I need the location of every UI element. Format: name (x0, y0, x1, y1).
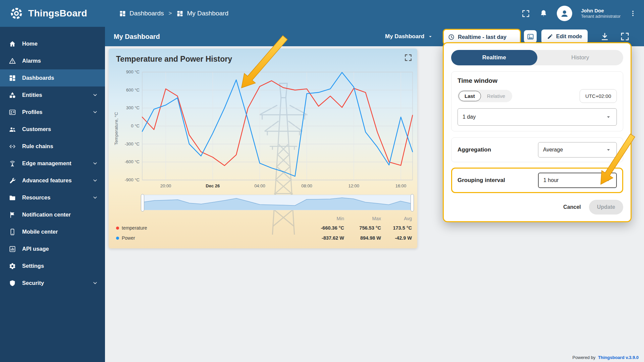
dashboards-icon (119, 10, 126, 17)
series-name: temperature (122, 225, 147, 231)
svg-text:20:00: 20:00 (160, 183, 171, 188)
grouping-interval-select[interactable]: 1 hour (538, 173, 617, 188)
sidebar-item-customers[interactable]: Customers (0, 121, 105, 138)
legend-header: MinMaxAvg (116, 214, 412, 223)
relative-toggle[interactable]: Relative (481, 91, 511, 101)
rule-chains-icon (9, 143, 16, 150)
grouping-interval-value: 1 hour (543, 177, 558, 183)
legend-row-power[interactable]: Power-837.62 W894.98 W-42.9 W (116, 233, 412, 243)
customers-icon (9, 126, 16, 133)
timeline-preview[interactable] (142, 195, 413, 210)
sidebar-item-entities[interactable]: Entities (0, 86, 105, 104)
timewindow-value-select[interactable]: 1 day (458, 108, 617, 126)
edge-icon (9, 160, 16, 167)
dashboard-selector[interactable]: My Dashboard (385, 27, 433, 46)
sidebar-item-mobile-center[interactable]: Mobile center (0, 223, 105, 240)
user-role: Tenant administrator (581, 14, 621, 19)
sidebar-item-notification-center[interactable]: Notification center (0, 206, 105, 223)
user-info[interactable]: John Doe Tenant administrator (581, 8, 621, 19)
svg-text:0 °C: 0 °C (131, 123, 140, 128)
notification-icon (9, 211, 16, 219)
update-button[interactable]: Update (589, 200, 623, 215)
timewindow-tabs: Realtime History (451, 50, 623, 65)
timewindow-button-label: Realtime - last day (458, 34, 506, 40)
svg-text:Dec 26: Dec 26 (206, 183, 220, 188)
dashboard-image-button[interactable] (524, 30, 537, 43)
svg-text:12:00: 12:00 (348, 183, 360, 188)
sidebar-item-label: Security (22, 280, 86, 286)
svg-text:08:00: 08:00 (301, 183, 312, 188)
timewindow-popup: Realtime History Time window Last Relati… (443, 42, 632, 222)
sidebar-item-label: Mobile center (22, 229, 98, 235)
breadcrumb-label: Dashboards (129, 10, 164, 17)
dashboard-selector-label: My Dashboard (385, 33, 424, 40)
fullscreen-icon[interactable] (521, 9, 530, 18)
api-icon (9, 245, 16, 253)
tab-history[interactable]: History (537, 50, 624, 65)
breadcrumb-item-my-dashboard[interactable]: My Dashboard (176, 10, 228, 17)
time-window-title: Time window (458, 77, 617, 84)
sidebar-item-edge-management[interactable]: Edge management (0, 155, 105, 172)
expand-fullscreen-icon[interactable] (620, 32, 630, 42)
edit-mode-button[interactable]: Edit mode (541, 29, 588, 44)
timezone-button[interactable]: UTC+02:00 (580, 89, 617, 103)
sidebar-item-security[interactable]: Security (0, 275, 105, 292)
series-avg: 173.5 °C (381, 225, 412, 231)
line-chart[interactable]: 900 °C600 °C300 °C0 °C-300 °C-600 °C-900… (111, 68, 417, 193)
breadcrumb-label: My Dashboard (187, 10, 228, 17)
sidebar-item-api-usage[interactable]: API usage (0, 240, 105, 257)
tab-realtime[interactable]: Realtime (451, 50, 537, 65)
breadcrumb: Dashboards>My Dashboard (119, 0, 228, 27)
clock-icon (448, 34, 455, 41)
series-min: -837.62 W (307, 235, 344, 241)
svg-text:16:00: 16:00 (395, 183, 407, 188)
sidebar-item-resources[interactable]: Resources (0, 189, 105, 206)
edit-mode-label: Edit mode (556, 34, 582, 40)
series-color-dot (116, 237, 119, 240)
avatar[interactable] (557, 6, 572, 21)
download-icon[interactable] (600, 32, 610, 42)
powered-by-text: Powered by (573, 355, 596, 360)
last-relative-toggle: Last Relative (458, 90, 512, 102)
sidebar-item-profiles[interactable]: Profiles (0, 104, 105, 121)
last-toggle[interactable]: Last (459, 91, 481, 101)
alarm-icon (9, 57, 16, 65)
chevron-down-icon (92, 280, 98, 286)
sidebar-item-home[interactable]: Home (0, 35, 105, 52)
resources-icon (9, 194, 16, 201)
sidebar: HomeAlarmsDashboardsEntitiesProfilesCust… (0, 27, 105, 362)
widget-title: Temperature and Power History (116, 55, 232, 64)
legend-column-label: Max (344, 216, 381, 221)
settings-icon (9, 262, 16, 270)
preview-right-handle[interactable] (411, 194, 414, 212)
series-name: Power (122, 235, 135, 241)
caret-down-icon (605, 114, 612, 120)
sidebar-item-dashboards[interactable]: Dashboards (0, 69, 105, 86)
cancel-button[interactable]: Cancel (558, 201, 585, 214)
legend-row-temperature[interactable]: temperature-660.36 °C756.53 °C173.5 °C (116, 223, 412, 233)
sidebar-item-advanced-features[interactable]: Advanced features (0, 172, 105, 189)
image-icon (527, 33, 534, 41)
sidebar-item-rule-chains[interactable]: Rule chains (0, 138, 105, 155)
notifications-bell-icon[interactable] (539, 9, 548, 18)
widget-fullscreen-icon[interactable] (404, 53, 413, 62)
kebab-menu-icon[interactable] (629, 10, 637, 17)
svg-text:-900 °C: -900 °C (125, 177, 140, 182)
sidebar-item-label: Entities (22, 92, 86, 98)
sidebar-item-settings[interactable]: Settings (0, 257, 105, 275)
sidebar-item-alarms[interactable]: Alarms (0, 52, 105, 69)
person-icon (559, 8, 570, 18)
sidebar-item-label: Edge management (22, 160, 86, 167)
version-link[interactable]: Thingsboard v.3.9.0 (598, 355, 639, 360)
preview-left-handle[interactable] (141, 194, 144, 212)
time-window-section: Time window Last Relative UTC+02:00 1 da… (451, 71, 623, 131)
chevron-down-icon (92, 194, 98, 201)
chevron-down-icon (92, 109, 98, 115)
caret-down-icon (427, 34, 433, 40)
grouping-interval-label: Grouping interval (458, 177, 505, 184)
breadcrumb-item-dashboards[interactable]: Dashboards (119, 10, 164, 17)
aggregation-select[interactable]: Average (538, 142, 617, 158)
sidebar-item-label: Profiles (22, 109, 86, 115)
thingsboard-logo[interactable]: ThingsBoard (9, 0, 87, 27)
series-color-dot (116, 227, 119, 230)
